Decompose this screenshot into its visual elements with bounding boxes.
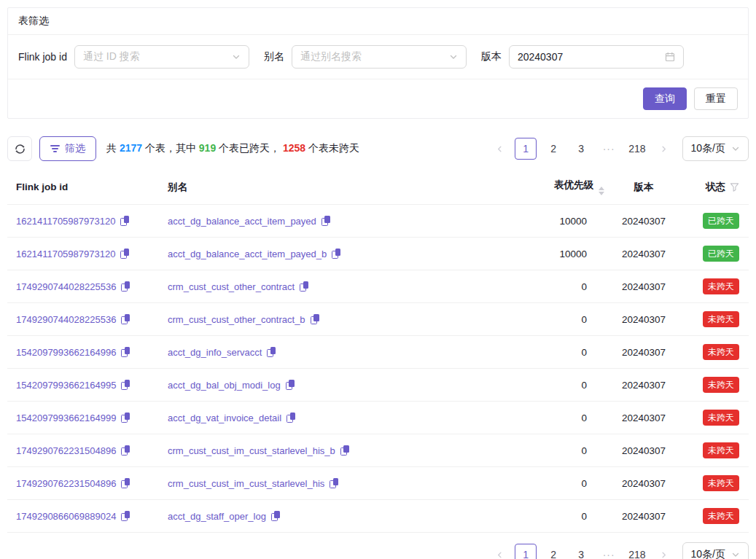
alias-link[interactable]: acct_dg_bal_obj_modi_log	[168, 380, 281, 391]
calendar-icon	[665, 52, 675, 62]
prev-page-button[interactable]	[490, 138, 509, 160]
version-date-input[interactable]: 20240307	[509, 45, 684, 69]
alias-link[interactable]: crm_cust_cust_other_contract_b	[168, 314, 305, 325]
cell-alias: crm_cust_cust_im_cust_starlevel_his_b	[159, 434, 510, 467]
flink-job-id-link[interactable]: 1749290744028225536	[16, 314, 116, 325]
next-page-button[interactable]	[655, 138, 674, 160]
cell-alias: acct_dg_info_servacct	[159, 336, 510, 369]
copy-icon[interactable]	[121, 413, 130, 423]
copy-icon[interactable]	[300, 281, 309, 292]
copy-icon[interactable]	[121, 511, 130, 521]
copy-icon[interactable]	[330, 478, 339, 488]
alias-label: 别名	[264, 50, 284, 63]
table-row: 1749290744028225536 crm_cust_cust_other_…	[7, 303, 749, 336]
chevron-right-icon	[660, 145, 668, 153]
chevron-down-icon	[449, 52, 458, 61]
flink-job-id-link[interactable]: 1749290762231504896	[16, 445, 116, 456]
table-toolbar: 筛选 共 2177 个表，其中 919 个表已跨天， 1258 个表未跨天 12…	[7, 136, 749, 161]
page-size-select[interactable]: 10条/页	[682, 136, 749, 161]
refresh-button[interactable]	[7, 136, 32, 161]
page-button-2[interactable]: 2	[542, 544, 564, 559]
copy-icon[interactable]	[121, 380, 130, 390]
cell-version: 20240307	[609, 270, 679, 303]
alias-link[interactable]: crm_cust_cust_im_cust_starlevel_his	[168, 478, 324, 489]
status-badge: 未跨天	[703, 311, 739, 327]
page-button-3[interactable]: 3	[570, 138, 592, 160]
copy-icon[interactable]	[287, 413, 296, 423]
cell-status: 未跨天	[679, 369, 749, 402]
copy-icon[interactable]	[120, 249, 130, 259]
cell-version: 20240307	[609, 402, 679, 434]
filter-lines-icon	[50, 145, 60, 152]
copy-icon[interactable]	[120, 216, 130, 226]
flink-job-id-label: Flink job id	[18, 51, 67, 63]
cell-version: 20240307	[609, 205, 679, 238]
copy-icon[interactable]	[121, 281, 130, 292]
flink-job-id-link[interactable]: 1542097993662164995	[16, 380, 116, 391]
copy-icon[interactable]	[121, 314, 130, 324]
status-badge: 未跨天	[703, 344, 739, 359]
alias-link[interactable]: crm_cust_cust_other_contract	[168, 281, 295, 292]
cell-alias: acct_dg_staff_oper_log	[159, 500, 510, 533]
filter-funnel-icon[interactable]	[730, 182, 739, 192]
cell-alias: acct_dg_vat_invoice_detail	[159, 402, 510, 434]
copy-icon[interactable]	[340, 445, 350, 456]
cell-status: 未跨天	[679, 336, 749, 369]
column-header-priority[interactable]: 表优先级	[510, 170, 609, 205]
cell-priority: 0	[510, 336, 609, 369]
flink-job-id-select[interactable]: 通过 ID 搜索	[74, 45, 249, 69]
copy-icon[interactable]	[121, 445, 130, 456]
reset-button[interactable]: 重置	[694, 87, 738, 110]
stats-text: 个表未跨天	[305, 142, 359, 154]
flink-job-id-link[interactable]: 1749290762231504896	[16, 478, 116, 489]
sorter-icon[interactable]	[599, 187, 604, 195]
prev-page-button[interactable]	[490, 544, 509, 559]
alias-placeholder: 通过别名搜索	[300, 50, 449, 63]
copy-icon[interactable]	[332, 249, 341, 259]
filter-form: Flink job id 通过 ID 搜索 别名 通过别名搜索 版本 20240…	[8, 35, 748, 79]
form-item-alias: 别名 通过别名搜索	[264, 45, 467, 69]
alias-link[interactable]: acct_dg_staff_oper_log	[168, 511, 266, 522]
copy-icon[interactable]	[271, 511, 281, 521]
flink-job-id-link[interactable]: 1621411705987973120	[16, 216, 115, 227]
status-badge: 未跨天	[703, 278, 739, 294]
filter-toggle-button[interactable]: 筛选	[39, 136, 96, 161]
alias-link[interactable]: acct_dg_vat_invoice_detail	[168, 413, 281, 423]
cell-priority: 0	[510, 270, 609, 303]
cell-version: 20240307	[609, 434, 679, 467]
column-header-flink-job-id: Flink job id	[7, 170, 159, 205]
page-ellipsis[interactable]: ···	[598, 544, 620, 559]
copy-icon[interactable]	[311, 314, 320, 324]
next-page-button[interactable]	[655, 544, 674, 559]
copy-icon[interactable]	[121, 347, 130, 357]
flink-job-id-link[interactable]: 1749290866069889024	[16, 511, 116, 522]
page-button-218[interactable]: 218	[626, 544, 648, 559]
flink-job-id-link[interactable]: 1542097993662164999	[16, 413, 116, 423]
status-badge: 未跨天	[703, 508, 739, 523]
copy-icon[interactable]	[267, 347, 276, 357]
cell-status: 未跨天	[679, 270, 749, 303]
cell-alias: acct_dg_balance_acct_item_payed_b	[159, 238, 510, 270]
page-button-3[interactable]: 3	[570, 544, 592, 559]
copy-icon[interactable]	[322, 216, 331, 226]
cell-version: 20240307	[609, 369, 679, 402]
stats-text: 共	[106, 142, 120, 154]
alias-link[interactable]: crm_cust_cust_im_cust_starlevel_his_b	[168, 445, 335, 456]
page-button-218[interactable]: 218	[626, 138, 648, 160]
page-size-select[interactable]: 10条/页	[682, 542, 749, 559]
flink-job-id-link[interactable]: 1542097993662164996	[16, 347, 116, 358]
page-ellipsis[interactable]: ···	[598, 138, 620, 160]
alias-select[interactable]: 通过别名搜索	[292, 45, 467, 69]
page-button-1[interactable]: 1	[515, 544, 537, 559]
copy-icon[interactable]	[286, 380, 295, 390]
alias-link[interactable]: acct_dg_balance_acct_item_payed_b	[168, 249, 327, 259]
flink-job-id-link[interactable]: 1621411705987973120	[16, 249, 115, 259]
form-item-version: 版本 20240307	[481, 45, 684, 69]
alias-link[interactable]: acct_dg_balance_acct_item_payed	[168, 216, 316, 227]
copy-icon[interactable]	[121, 478, 130, 488]
page-button-2[interactable]: 2	[542, 138, 564, 160]
alias-link[interactable]: acct_dg_info_servacct	[168, 347, 262, 358]
query-button[interactable]: 查询	[643, 87, 687, 110]
page-button-1[interactable]: 1	[515, 138, 537, 160]
flink-job-id-link[interactable]: 1749290744028225536	[16, 281, 116, 292]
